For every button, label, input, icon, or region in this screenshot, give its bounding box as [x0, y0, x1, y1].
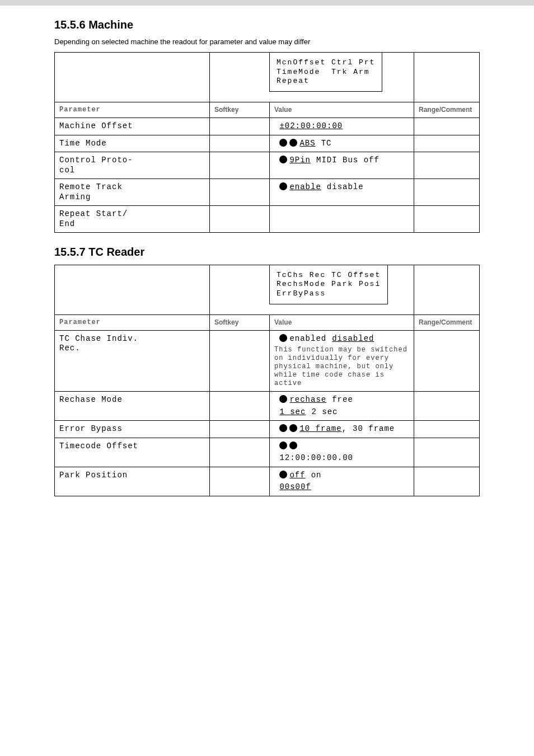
value-option: MIDI Bus off	[316, 156, 380, 165]
param-value: 12:00:00:00.00	[270, 438, 414, 467]
value-option: ABS	[299, 139, 315, 148]
column-header: Value	[270, 314, 414, 330]
value-option: 2 sec	[311, 407, 338, 416]
softkey	[210, 179, 270, 206]
value-option: 9Pin	[289, 156, 311, 165]
param-name: Rechase Mode	[55, 392, 210, 421]
value-option: disabled	[332, 334, 374, 343]
selection-dot	[289, 139, 297, 147]
param-value: enabledisable	[270, 179, 414, 206]
value-option: 1 sec	[279, 407, 306, 416]
param-name: Park Position	[55, 467, 210, 496]
value-option: TC	[321, 139, 332, 148]
param-name: Remote Track Arming	[55, 179, 210, 206]
param-name: Repeat Start/ End	[55, 206, 210, 233]
lcd-display: McnOffset Ctrl Prt TimeMode Trk Arm Repe…	[269, 52, 382, 92]
value-option: rechase	[289, 395, 326, 404]
param-name: Machine Offset	[55, 118, 210, 135]
column-header: Range/Comment	[414, 314, 480, 330]
param-value: ABSTC	[270, 135, 414, 152]
column-header: Value	[270, 102, 414, 118]
param-name: Timecode Offset	[55, 438, 210, 467]
page-top-bar	[0, 0, 534, 6]
value-option: 30 frame	[353, 424, 395, 433]
softkey	[210, 467, 270, 496]
selection-dot	[289, 442, 297, 449]
param-name: Error Bypass	[55, 421, 210, 438]
column-header: Parameter	[55, 314, 210, 330]
softkey	[210, 392, 270, 421]
softkey	[210, 438, 270, 467]
value-option: free	[332, 395, 353, 404]
param-name: Time Mode	[55, 135, 210, 152]
param-range	[414, 118, 480, 135]
selection-dot	[289, 424, 297, 432]
param-range	[414, 135, 480, 152]
param-value	[270, 206, 414, 233]
softkey	[210, 330, 270, 392]
lcd-display: TcChs Rec TC Offset RechsMode Park Posi …	[269, 265, 388, 304]
value-option: off	[289, 471, 305, 480]
softkey	[210, 152, 270, 179]
param-range	[414, 392, 480, 421]
param-value: offon 00s00f	[270, 467, 414, 496]
value-option: 00s00f	[279, 482, 311, 491]
selection-dot	[279, 395, 287, 403]
param-value: rechasefree 1 sec2 sec	[270, 392, 414, 421]
selection-dot	[279, 442, 287, 449]
row-comment: This function may be switched on individ…	[274, 344, 409, 388]
param-range	[414, 467, 480, 496]
column-header: Softkey	[210, 314, 270, 330]
value-option: enabled	[289, 334, 326, 343]
selection-dot	[279, 182, 287, 190]
param-value: 9PinMIDI Bus off	[270, 152, 414, 179]
value-text: 12:00:00:00.00	[279, 453, 353, 462]
value-option: 10 frame	[299, 424, 341, 433]
softkey	[210, 118, 270, 135]
column-header: Range/Comment	[414, 102, 480, 118]
selection-dot	[279, 139, 287, 147]
param-range	[414, 152, 480, 179]
param-table: TcChs Rec TC Offset RechsMode Park Posi …	[54, 265, 480, 496]
selection-dot	[279, 334, 287, 342]
softkey	[210, 206, 270, 233]
param-value: ±02:00:00:00	[270, 118, 414, 135]
section-title: 15.5.7 TC Reader	[54, 245, 534, 259]
column-header: Parameter	[55, 102, 210, 118]
value-option: disable	[327, 182, 364, 191]
softkey	[210, 421, 270, 438]
column-header: Softkey	[210, 102, 270, 118]
value-text: ±02:00:00:00	[279, 121, 343, 130]
param-range	[414, 330, 480, 392]
section-title: 15.5.6 Machine	[54, 18, 534, 32]
value-option: enable	[289, 182, 321, 191]
param-table: McnOffset Ctrl Prt TimeMode Trk Arm Repe…	[54, 52, 480, 233]
param-value: 10 frame,30 frame	[270, 421, 414, 438]
param-range	[414, 206, 480, 233]
selection-dot	[279, 156, 287, 163]
selection-dot	[279, 471, 287, 478]
param-name: Control Proto- col	[55, 152, 210, 179]
param-value: enableddisabledThis function may be swit…	[270, 330, 414, 392]
selection-dot	[279, 424, 287, 432]
param-range	[414, 179, 480, 206]
softkey	[210, 135, 270, 152]
value-text: ,	[342, 424, 347, 433]
section-desc: Depending on selected machine the readou…	[54, 37, 480, 46]
param-range	[414, 438, 480, 467]
value-option: on	[311, 471, 322, 480]
param-range	[414, 421, 480, 438]
param-name: TC Chase Indiv. Rec.	[55, 330, 210, 392]
